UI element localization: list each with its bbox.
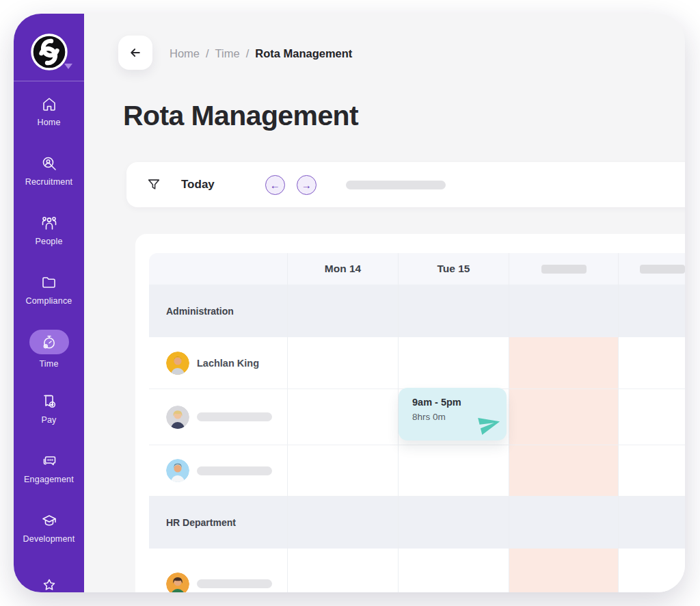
day-label-skeleton <box>541 265 587 274</box>
filter-funnel-icon <box>146 177 161 192</box>
next-day-button[interactable]: → <box>297 175 317 195</box>
person-cell: Lachlan King <box>149 337 287 388</box>
shift-cell[interactable] <box>398 549 509 592</box>
back-button[interactable] <box>118 36 152 70</box>
breadcrumb-item-time[interactable]: Time <box>215 47 240 60</box>
sidebar-item-home[interactable]: Home <box>14 81 84 141</box>
shift-cell-highlighted[interactable] <box>509 445 618 496</box>
sidebar-nav: Home Recruitment People <box>14 81 84 592</box>
sidebar: Home Recruitment People <box>14 14 84 592</box>
app-logo[interactable] <box>14 34 84 70</box>
shift-time: 9am - 5pm <box>412 397 507 408</box>
person-name-skeleton <box>197 412 272 421</box>
shift-cell[interactable] <box>398 445 509 496</box>
sidebar-item-compliance[interactable]: Compliance <box>14 260 84 319</box>
sidebar-item-label: Engagement <box>24 475 74 484</box>
person-row-skeleton <box>149 445 685 497</box>
breadcrumb: Home / Time / Rota Management <box>170 47 352 60</box>
rota-toolbar: Today ← → <box>126 162 685 207</box>
breadcrumb-separator: / <box>246 47 250 60</box>
sidebar-item-label: People <box>35 237 62 246</box>
shift-cell-highlighted[interactable] <box>509 337 618 388</box>
avatar-woman-gray <box>166 406 189 429</box>
sidebar-item-pay[interactable]: Pay <box>14 379 84 438</box>
active-item-pill <box>29 330 69 354</box>
sidebar-item-time[interactable]: Time <box>14 319 84 379</box>
previous-day-button[interactable]: ← <box>265 175 285 195</box>
sidebar-item-label: Home <box>37 118 60 127</box>
shift-cell[interactable] <box>618 389 685 445</box>
sidebar-item-label: Compliance <box>25 296 72 306</box>
person-cell <box>149 549 287 592</box>
sidebar-item-label: Recruitment <box>25 177 73 187</box>
sidebar-item-label: Time <box>39 359 58 369</box>
avatar-man-yellow <box>166 352 189 375</box>
logo-dropdown-caret-icon <box>64 64 72 69</box>
table-header-row: Mon 14 Tue 15 <box>149 253 685 285</box>
person-row-skeleton <box>149 549 685 592</box>
sidebar-item-engagement[interactable]: Engagement <box>14 438 84 498</box>
shift-cell[interactable] <box>618 445 685 496</box>
shift-cell[interactable] <box>287 445 398 496</box>
section-row-hr-department: HR Department <box>149 497 685 549</box>
favourites-star-icon <box>40 576 58 592</box>
breadcrumb-item-current: Rota Management <box>255 47 352 60</box>
header-cell-day: Tue 15 <box>398 253 509 285</box>
sidebar-item-people[interactable]: People <box>14 200 84 260</box>
section-title: HR Department <box>166 517 236 528</box>
sidebar-item-label: Development <box>23 534 75 544</box>
shift-cell[interactable] <box>618 549 685 592</box>
shift-cell[interactable] <box>287 549 398 592</box>
person-cell <box>149 389 287 445</box>
day-label-skeleton <box>640 265 685 274</box>
sidebar-item-recruitment[interactable]: Recruitment <box>14 141 84 200</box>
header-cell-day: Mon 14 <box>287 253 398 285</box>
avatar-woman-orange <box>166 572 189 593</box>
back-arrow-icon <box>129 46 142 60</box>
people-icon <box>40 214 58 232</box>
today-label: Today <box>181 178 215 192</box>
section-row-administration: Administration <box>149 285 685 337</box>
sidebar-item-favourites[interactable] <box>14 557 84 592</box>
breadcrumb-separator: / <box>206 47 209 60</box>
shift-cell[interactable] <box>287 337 398 388</box>
compliance-folder-icon <box>40 274 58 291</box>
header-cell-day <box>509 253 618 285</box>
shift-cell[interactable] <box>398 337 509 388</box>
shift-cell[interactable] <box>618 337 685 388</box>
shift-cell[interactable] <box>287 389 398 445</box>
sidebar-item-label: Pay <box>41 415 56 425</box>
employment-hero-logo-icon <box>31 34 68 70</box>
filter-button[interactable] <box>145 176 163 194</box>
person-row-lachlan-king: Lachlan King <box>149 337 685 389</box>
engagement-chat-icon <box>40 452 58 470</box>
header-cell-day <box>618 253 685 285</box>
recruitment-search-icon <box>40 155 58 172</box>
person-name-skeleton <box>197 579 272 588</box>
shift-card[interactable]: 9am - 5pm 8hrs 0m <box>399 388 507 440</box>
arrow-right-icon: → <box>301 180 312 190</box>
screenshot-stage: Home Recruitment People <box>0 0 700 606</box>
time-stopwatch-icon <box>40 333 58 351</box>
development-cap-icon <box>40 512 58 529</box>
pay-icon <box>40 393 58 410</box>
arrow-left-icon: ← <box>270 180 280 190</box>
header-cell-people <box>149 253 287 285</box>
avatar-man-blue <box>166 459 189 482</box>
shift-cell-highlighted[interactable] <box>509 549 618 592</box>
app-window: Home Recruitment People <box>14 14 685 592</box>
sidebar-item-development[interactable]: Development <box>14 498 84 557</box>
page-title: Rota Management <box>123 100 358 132</box>
shift-cell-highlighted[interactable] <box>509 389 618 445</box>
date-range-skeleton <box>346 181 446 189</box>
person-cell <box>149 445 287 496</box>
person-name: Lachlan King <box>197 358 259 369</box>
home-icon <box>40 95 58 113</box>
person-name-skeleton <box>197 466 272 475</box>
section-title: Administration <box>166 306 234 317</box>
breadcrumb-item-home[interactable]: Home <box>170 47 200 60</box>
